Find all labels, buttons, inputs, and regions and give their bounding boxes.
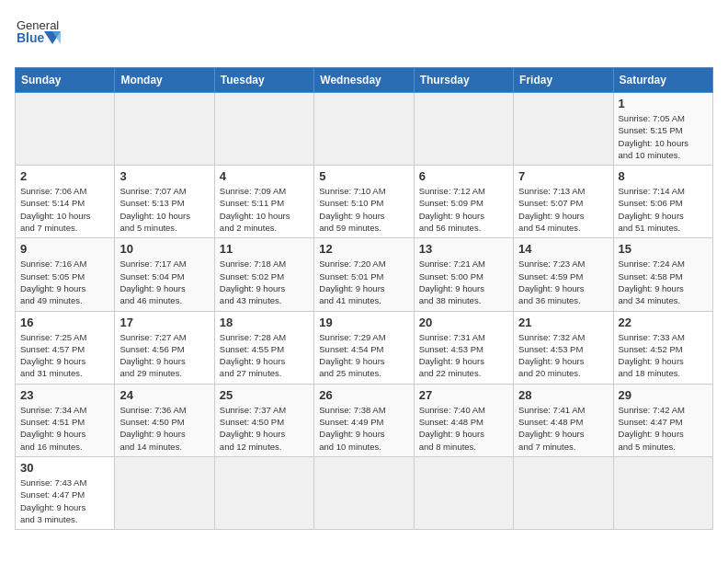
day-info: Sunrise: 7:37 AM Sunset: 4:50 PM Dayligh… <box>220 404 309 453</box>
day-number: 2 <box>20 169 109 183</box>
day-info: Sunrise: 7:42 AM Sunset: 4:47 PM Dayligh… <box>619 404 708 453</box>
day-cell: 20Sunrise: 7:31 AM Sunset: 4:53 PM Dayli… <box>414 311 513 384</box>
svg-text:Blue: Blue <box>17 30 45 45</box>
day-cell <box>214 456 313 529</box>
day-cell <box>414 93 513 166</box>
day-cell: 19Sunrise: 7:29 AM Sunset: 4:54 PM Dayli… <box>314 311 414 384</box>
day-cell: 21Sunrise: 7:32 AM Sunset: 4:53 PM Dayli… <box>514 311 613 384</box>
day-cell: 29Sunrise: 7:42 AM Sunset: 4:47 PM Dayli… <box>613 384 712 456</box>
logo: General Blue <box>15 15 61 56</box>
day-number: 30 <box>20 461 109 475</box>
day-info: Sunrise: 7:41 AM Sunset: 4:48 PM Dayligh… <box>518 404 608 453</box>
day-cell: 22Sunrise: 7:33 AM Sunset: 4:52 PM Dayli… <box>613 311 712 384</box>
day-number: 28 <box>518 388 608 402</box>
day-number: 23 <box>20 388 109 402</box>
day-number: 18 <box>220 316 309 329</box>
day-number: 26 <box>319 388 408 402</box>
day-cell: 11Sunrise: 7:18 AM Sunset: 5:02 PM Dayli… <box>214 238 313 311</box>
day-info: Sunrise: 7:18 AM Sunset: 5:02 PM Dayligh… <box>220 258 309 306</box>
day-info: Sunrise: 7:16 AM Sunset: 5:05 PM Dayligh… <box>20 258 109 306</box>
day-cell: 30Sunrise: 7:43 AM Sunset: 4:47 PM Dayli… <box>16 456 115 529</box>
day-cell <box>314 93 414 166</box>
day-cell: 26Sunrise: 7:38 AM Sunset: 4:49 PM Dayli… <box>314 384 414 456</box>
week-row-3: 16Sunrise: 7:25 AM Sunset: 4:57 PM Dayli… <box>16 311 713 384</box>
day-number: 8 <box>619 169 708 183</box>
day-number: 21 <box>518 316 608 329</box>
day-cell: 7Sunrise: 7:13 AM Sunset: 5:07 PM Daylig… <box>514 166 613 238</box>
week-row-5: 30Sunrise: 7:43 AM Sunset: 4:47 PM Dayli… <box>16 456 713 529</box>
day-number: 7 <box>518 169 608 183</box>
day-number: 1 <box>619 97 708 110</box>
day-number: 5 <box>319 169 408 183</box>
weekday-header-saturday: Saturday <box>613 68 712 93</box>
day-info: Sunrise: 7:27 AM Sunset: 4:56 PM Dayligh… <box>119 331 209 380</box>
day-cell <box>514 93 613 166</box>
day-number: 6 <box>419 169 508 183</box>
day-info: Sunrise: 7:21 AM Sunset: 5:00 PM Dayligh… <box>419 258 508 306</box>
day-info: Sunrise: 7:23 AM Sunset: 4:59 PM Dayligh… <box>518 258 608 306</box>
day-cell: 15Sunrise: 7:24 AM Sunset: 4:58 PM Dayli… <box>613 238 712 311</box>
day-cell <box>115 456 214 529</box>
day-cell: 23Sunrise: 7:34 AM Sunset: 4:51 PM Dayli… <box>16 384 115 456</box>
day-number: 25 <box>220 388 309 402</box>
day-info: Sunrise: 7:06 AM Sunset: 5:14 PM Dayligh… <box>20 185 109 234</box>
day-cell <box>214 93 313 166</box>
day-cell: 1Sunrise: 7:05 AM Sunset: 5:15 PM Daylig… <box>613 93 712 166</box>
day-info: Sunrise: 7:43 AM Sunset: 4:47 PM Dayligh… <box>20 477 109 525</box>
calendar-body: 1Sunrise: 7:05 AM Sunset: 5:15 PM Daylig… <box>16 93 713 530</box>
day-cell: 14Sunrise: 7:23 AM Sunset: 4:59 PM Dayli… <box>514 238 613 311</box>
day-cell: 9Sunrise: 7:16 AM Sunset: 5:05 PM Daylig… <box>16 238 115 311</box>
day-cell: 28Sunrise: 7:41 AM Sunset: 4:48 PM Dayli… <box>514 384 613 456</box>
day-cell <box>514 456 613 529</box>
day-number: 22 <box>619 316 708 329</box>
day-number: 13 <box>419 242 508 256</box>
logo-svg: General Blue <box>15 15 61 56</box>
day-number: 17 <box>119 316 209 329</box>
day-number: 14 <box>518 242 608 256</box>
day-number: 3 <box>119 169 209 183</box>
day-number: 19 <box>319 316 408 329</box>
day-number: 12 <box>319 242 408 256</box>
day-number: 15 <box>619 242 708 256</box>
day-number: 20 <box>419 316 508 329</box>
week-row-0: 1Sunrise: 7:05 AM Sunset: 5:15 PM Daylig… <box>16 93 713 166</box>
week-row-1: 2Sunrise: 7:06 AM Sunset: 5:14 PM Daylig… <box>16 166 713 238</box>
day-info: Sunrise: 7:17 AM Sunset: 5:04 PM Dayligh… <box>119 258 209 306</box>
weekday-header-sunday: Sunday <box>16 68 115 93</box>
day-cell <box>16 93 115 166</box>
day-info: Sunrise: 7:40 AM Sunset: 4:48 PM Dayligh… <box>419 404 508 453</box>
day-number: 9 <box>20 242 109 256</box>
calendar-header: SundayMondayTuesdayWednesdayThursdayFrid… <box>16 68 713 93</box>
day-number: 27 <box>419 388 508 402</box>
day-cell: 16Sunrise: 7:25 AM Sunset: 4:57 PM Dayli… <box>16 311 115 384</box>
day-info: Sunrise: 7:31 AM Sunset: 4:53 PM Dayligh… <box>419 331 508 380</box>
day-info: Sunrise: 7:05 AM Sunset: 5:15 PM Dayligh… <box>619 112 708 161</box>
day-info: Sunrise: 7:28 AM Sunset: 4:55 PM Dayligh… <box>220 331 309 380</box>
day-number: 4 <box>220 169 309 183</box>
day-info: Sunrise: 7:25 AM Sunset: 4:57 PM Dayligh… <box>20 331 109 380</box>
day-info: Sunrise: 7:33 AM Sunset: 4:52 PM Dayligh… <box>619 331 708 380</box>
weekday-header-thursday: Thursday <box>414 68 513 93</box>
day-cell: 6Sunrise: 7:12 AM Sunset: 5:09 PM Daylig… <box>414 166 513 238</box>
day-info: Sunrise: 7:34 AM Sunset: 4:51 PM Dayligh… <box>20 404 109 453</box>
header: General Blue <box>15 15 713 56</box>
weekday-header-tuesday: Tuesday <box>214 68 313 93</box>
day-info: Sunrise: 7:20 AM Sunset: 5:01 PM Dayligh… <box>319 258 408 306</box>
day-cell: 18Sunrise: 7:28 AM Sunset: 4:55 PM Dayli… <box>214 311 313 384</box>
day-info: Sunrise: 7:36 AM Sunset: 4:50 PM Dayligh… <box>119 404 209 453</box>
day-cell: 27Sunrise: 7:40 AM Sunset: 4:48 PM Dayli… <box>414 384 513 456</box>
weekday-header-friday: Friday <box>514 68 613 93</box>
day-number: 10 <box>119 242 209 256</box>
day-cell: 4Sunrise: 7:09 AM Sunset: 5:11 PM Daylig… <box>214 166 313 238</box>
day-number: 24 <box>119 388 209 402</box>
calendar-table: SundayMondayTuesdayWednesdayThursdayFrid… <box>15 67 713 530</box>
day-number: 16 <box>20 316 109 329</box>
day-info: Sunrise: 7:14 AM Sunset: 5:06 PM Dayligh… <box>619 185 708 234</box>
day-info: Sunrise: 7:12 AM Sunset: 5:09 PM Dayligh… <box>419 185 508 234</box>
day-cell <box>314 456 414 529</box>
day-cell <box>613 456 712 529</box>
day-cell: 8Sunrise: 7:14 AM Sunset: 5:06 PM Daylig… <box>613 166 712 238</box>
day-info: Sunrise: 7:10 AM Sunset: 5:10 PM Dayligh… <box>319 185 408 234</box>
weekday-header-wednesday: Wednesday <box>314 68 414 93</box>
day-number: 29 <box>619 388 708 402</box>
